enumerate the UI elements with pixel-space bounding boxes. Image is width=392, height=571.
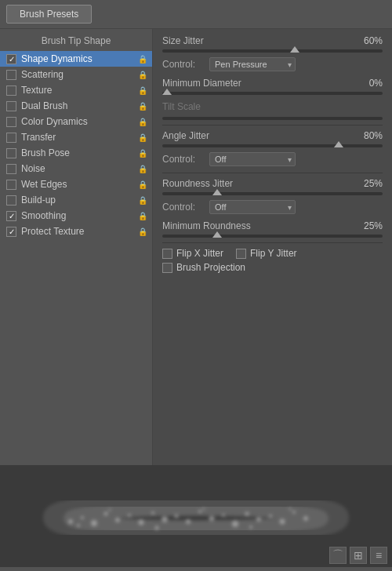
label-transfer: Transfer [21,132,135,143]
sidebar-item-wet-edges[interactable]: Wet Edges🔒 [0,176,152,192]
top-bar: Brush Presets [0,0,392,29]
label-scattering: Scattering [21,69,135,80]
tilt-scale-track [162,117,383,120]
minimum-roundness-label: Minimum Roundness [162,220,251,231]
minimum-roundness-track [162,235,383,238]
flip-y-jitter-checkbox[interactable] [236,249,246,259]
sidebar-item-dual-brush[interactable]: Dual Brush🔒 [0,98,152,114]
flip-x-jitter-checkbox[interactable] [162,249,172,259]
sidebar-item-transfer[interactable]: Transfer🔒 [0,129,152,145]
lock-icon-smoothing: 🔒 [138,212,147,220]
minimum-diameter-track [162,92,383,95]
checkbox-noise[interactable] [6,164,16,174]
angle-jitter-thumb [334,141,343,147]
tilt-scale-slider[interactable] [162,117,383,120]
size-jitter-thumb [290,46,299,53]
checkbox-shape-dynamics[interactable] [6,54,16,64]
svg-point-28 [71,509,321,528]
angle-jitter-row: Angle Jitter 80% [162,130,383,141]
label-smoothing: Smoothing [21,210,135,221]
checkbox-texture[interactable] [6,85,16,96]
angle-jitter-track [162,144,383,147]
brush-presets-button[interactable]: Brush Presets [6,5,92,24]
right-panel: Size Jitter 60% Control: Pen Pressure Of… [153,29,392,465]
checkbox-protect-texture[interactable] [6,227,16,237]
minimum-diameter-thumb [162,89,172,95]
main-content: Brush Tip Shape Shape Dynamics🔒Scatterin… [0,29,392,465]
flip-y-jitter-label: Flip Y Jitter [250,248,297,259]
angle-jitter-slider[interactable] [162,144,383,147]
label-noise: Noise [21,163,135,174]
roundness-jitter-thumb [212,189,222,195]
lock-icon-color-dynamics: 🔒 [138,118,147,126]
lock-icon-build-up: 🔒 [138,196,147,205]
lock-icon-transfer: 🔒 [138,133,147,142]
sidebar-item-texture[interactable]: Texture🔒 [0,82,152,98]
menu-items-list: Shape Dynamics🔒Scattering🔒Texture🔒Dual B… [0,51,152,239]
checkbox-build-up[interactable] [6,195,16,205]
control-3-row: Control: Off Fade Pen Pressure Pen Tilt [162,200,383,214]
minimum-diameter-value: 0% [354,78,383,89]
brush-projection-label: Brush Projection [176,262,245,273]
label-dual-brush: Dual Brush [21,100,135,111]
checkbox-scattering[interactable] [6,70,16,80]
flip-checkboxes-row: Flip X Jitter Flip Y Jitter [162,248,383,259]
sidebar-item-protect-texture[interactable]: Protect Texture🔒 [0,224,152,239]
bottom-icon-3[interactable]: ≡ [370,547,387,564]
control-3-select[interactable]: Off Fade Pen Pressure Pen Tilt [209,200,296,214]
lock-icon-noise: 🔒 [138,165,147,173]
roundness-jitter-slider[interactable] [162,192,383,195]
sidebar-item-shape-dynamics[interactable]: Shape Dynamics🔒 [0,51,152,67]
flip-y-jitter-item[interactable]: Flip Y Jitter [236,248,297,259]
bottom-toolbar: ⌒ ⊞ ≡ [325,544,392,567]
minimum-diameter-slider[interactable] [162,92,383,95]
checkbox-color-dynamics[interactable] [6,117,16,127]
checkbox-smoothing[interactable] [6,211,16,221]
flip-x-jitter-label: Flip X Jitter [176,248,223,259]
checkbox-transfer[interactable] [6,133,16,143]
angle-jitter-label: Angle Jitter [162,130,209,141]
control-2-select[interactable]: Off Fade Pen Pressure Pen Tilt [209,152,296,166]
label-protect-texture: Protect Texture [21,226,135,237]
sidebar-item-brush-pose[interactable]: Brush Pose🔒 [0,145,152,161]
divider-2 [162,173,383,173]
brush-projection-checkbox[interactable] [162,263,172,273]
brush-projection-item[interactable]: Brush Projection [162,262,383,273]
sidebar-item-scattering[interactable]: Scattering🔒 [0,67,152,82]
control-1-row: Control: Pen Pressure Off Fade Pen Tilt … [162,57,383,71]
minimum-roundness-value: 25% [354,220,383,231]
control-1-select[interactable]: Pen Pressure Off Fade Pen Tilt Stylus Wh… [209,57,296,71]
control-3-select-wrapper: Off Fade Pen Pressure Pen Tilt [209,200,296,214]
control-2-row: Control: Off Fade Pen Pressure Pen Tilt [162,152,383,166]
lock-icon-brush-pose: 🔒 [138,149,147,158]
lock-icon-wet-edges: 🔒 [138,180,147,189]
label-shape-dynamics: Shape Dynamics [21,53,135,64]
lock-icon-scattering: 🔒 [138,71,147,79]
size-jitter-slider[interactable] [162,49,383,53]
sidebar-item-build-up[interactable]: Build-up🔒 [0,192,152,208]
roundness-jitter-label: Roundness Jitter [162,178,233,189]
checkbox-dual-brush[interactable] [6,101,16,111]
angle-jitter-value: 80% [354,130,383,141]
label-texture: Texture [21,85,135,96]
minimum-roundness-row: Minimum Roundness 25% [162,220,383,231]
minimum-roundness-slider[interactable] [162,235,383,238]
sidebar-item-smoothing[interactable]: Smoothing🔒 [0,208,152,224]
checkbox-wet-edges[interactable] [6,180,16,190]
bottom-icon-1[interactable]: ⌒ [329,547,347,564]
control-2-label: Control: [162,154,203,165]
lock-icon-protect-texture: 🔒 [138,227,147,236]
label-color-dynamics: Color Dynamics [21,116,135,127]
size-jitter-label: Size Jitter [162,35,204,46]
roundness-jitter-track [162,192,383,195]
flip-x-jitter-item[interactable]: Flip X Jitter [162,248,223,259]
size-jitter-row: Size Jitter 60% [162,35,383,46]
tilt-scale-label: Tilt Scale [162,100,383,117]
sidebar-item-noise[interactable]: Noise🔒 [0,161,152,176]
bottom-icon-2[interactable]: ⊞ [350,547,367,564]
checkbox-brush-pose[interactable] [6,148,16,158]
roundness-jitter-row: Roundness Jitter 25% [162,178,383,189]
brush-preview-area: ⌒ ⊞ ≡ [0,465,392,567]
label-build-up: Build-up [21,195,135,205]
sidebar-item-color-dynamics[interactable]: Color Dynamics🔒 [0,114,152,129]
